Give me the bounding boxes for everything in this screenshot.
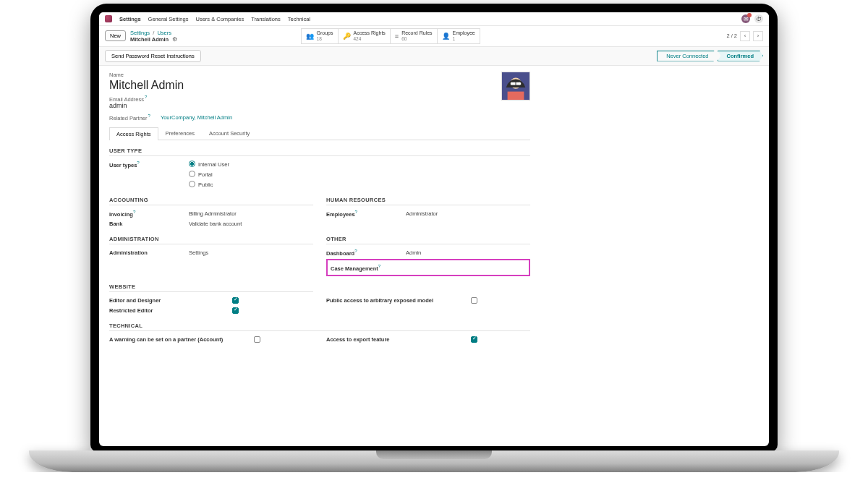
user-type-internal[interactable]: Internal User bbox=[189, 161, 229, 168]
export-feature-checkbox[interactable] bbox=[471, 336, 477, 343]
partner-link[interactable]: YourCompany, Mitchell Admin bbox=[161, 114, 232, 121]
stat-buttons: 👥 Groups18 🔑 Access Rights424 ≡ Record R… bbox=[301, 28, 480, 44]
status-confirmed[interactable]: Confirmed bbox=[718, 51, 764, 61]
tab-access-rights[interactable]: Access Rights bbox=[109, 127, 158, 140]
section-accounting: ACCOUNTING bbox=[109, 197, 313, 205]
svg-rect-4 bbox=[508, 91, 524, 99]
invoicing-label: Invoicing? bbox=[109, 209, 189, 218]
activities-icon[interactable]: ⏱ bbox=[754, 14, 763, 23]
stat-record-rules[interactable]: ≡ Record Rules60 bbox=[391, 28, 438, 44]
name-label: Name bbox=[109, 72, 530, 78]
restricted-editor-checkbox[interactable] bbox=[232, 307, 239, 314]
action-bar: Send Password Reset Instructions Never C… bbox=[99, 47, 769, 66]
email-value[interactable]: admin bbox=[109, 102, 530, 109]
menu-general[interactable]: General Settings bbox=[148, 16, 189, 22]
employees-label: Employees? bbox=[326, 209, 406, 218]
editor-designer-checkbox[interactable] bbox=[232, 297, 239, 304]
partner-label: Related Partner? bbox=[109, 114, 150, 121]
user-type-public[interactable]: Public bbox=[189, 181, 213, 188]
section-hr: HUMAN RESOURCES bbox=[326, 197, 530, 205]
case-management-label: Case Management? bbox=[331, 263, 410, 272]
send-reset-button[interactable]: Send Password Reset Instructions bbox=[105, 50, 201, 62]
public-access-checkbox[interactable] bbox=[471, 297, 477, 304]
groups-icon: 👥 bbox=[306, 33, 314, 40]
gear-icon[interactable]: ⚙ bbox=[172, 36, 177, 43]
section-technical: TECHNICAL bbox=[109, 323, 530, 331]
tab-preferences[interactable]: Preferences bbox=[158, 127, 202, 140]
stat-groups[interactable]: 👥 Groups18 bbox=[301, 28, 339, 44]
export-feature-label: Access to export feature bbox=[326, 336, 471, 343]
menu-app[interactable]: Settings bbox=[119, 16, 141, 22]
partner-warning-label: A warning can be set on a partner (Accou… bbox=[109, 336, 254, 343]
email-label: Email Address? bbox=[109, 95, 530, 103]
employees-value[interactable]: Administrator bbox=[406, 210, 438, 217]
restricted-editor-label: Restricted Editor bbox=[109, 307, 232, 314]
control-bar: New Settings / Users Mitchell Admin ⚙ 👥 … bbox=[99, 26, 769, 47]
user-name[interactable]: Mitchell Admin bbox=[109, 79, 530, 92]
record-rules-icon: ≡ bbox=[395, 33, 399, 40]
form-sheet: Name Mitchell Admin Email Address? admin… bbox=[99, 66, 540, 359]
pager-text: 2 / 2 bbox=[726, 33, 737, 39]
administration-value[interactable]: Settings bbox=[189, 249, 208, 256]
pager-prev[interactable]: ‹ bbox=[740, 31, 750, 41]
tabs: Access Rights Preferences Account Securi… bbox=[109, 127, 530, 140]
status-bar: Never Connected Confirmed bbox=[657, 51, 763, 61]
section-other: OTHER bbox=[326, 236, 530, 244]
menu-technical[interactable]: Technical bbox=[288, 16, 310, 22]
form-header: Name Mitchell Admin Email Address? admin… bbox=[109, 72, 530, 123]
crumb-users[interactable]: Users bbox=[157, 30, 171, 36]
pager: 2 / 2 ‹ › bbox=[726, 31, 763, 41]
bank-label: Bank bbox=[109, 221, 189, 227]
section-administration: ADMINISTRATION bbox=[109, 236, 313, 244]
employee-icon: 👤 bbox=[442, 33, 450, 40]
crumb-settings[interactable]: Settings bbox=[130, 30, 150, 36]
tab-account-security[interactable]: Account Security bbox=[202, 127, 257, 140]
section-website: WEBSITE bbox=[109, 283, 313, 292]
stat-access-rights[interactable]: 🔑 Access Rights424 bbox=[339, 28, 391, 44]
section-user-type: USER TYPE bbox=[109, 148, 530, 156]
app-menu: Settings General Settings Users & Compan… bbox=[99, 12, 769, 26]
pager-next[interactable]: › bbox=[753, 31, 763, 41]
user-type-portal[interactable]: Portal bbox=[189, 171, 213, 178]
app-logo-icon bbox=[105, 15, 112, 22]
menu-users-companies[interactable]: Users & Companies bbox=[195, 16, 244, 22]
breadcrumb: Settings / Users Mitchell Admin ⚙ bbox=[130, 30, 177, 43]
partner-warning-checkbox[interactable] bbox=[254, 336, 260, 343]
bank-value[interactable]: Validate bank account bbox=[189, 221, 242, 227]
stat-employee[interactable]: 👤 Employee1 bbox=[438, 28, 480, 44]
menu-translations[interactable]: Translations bbox=[251, 16, 281, 22]
messaging-icon[interactable]: ✉ bbox=[741, 14, 750, 23]
new-button[interactable]: New bbox=[105, 30, 126, 41]
editor-designer-label: Editor and Designer bbox=[109, 297, 232, 304]
administration-label: Administration bbox=[109, 249, 189, 256]
status-never-connected[interactable]: Never Connected bbox=[657, 51, 717, 61]
public-access-label: Public access to arbitrary exposed model bbox=[326, 297, 471, 304]
case-management-highlight: Case Management? bbox=[326, 259, 530, 276]
avatar[interactable] bbox=[501, 72, 530, 101]
access-rights-icon: 🔑 bbox=[343, 33, 351, 40]
dashboard-value[interactable]: Admin bbox=[406, 249, 421, 256]
dashboard-label: Dashboard? bbox=[326, 248, 406, 257]
user-types-label: User types? bbox=[109, 160, 189, 168]
invoicing-value[interactable]: Billing Administrator bbox=[189, 210, 237, 217]
crumb-current: Mitchell Admin bbox=[130, 36, 169, 43]
